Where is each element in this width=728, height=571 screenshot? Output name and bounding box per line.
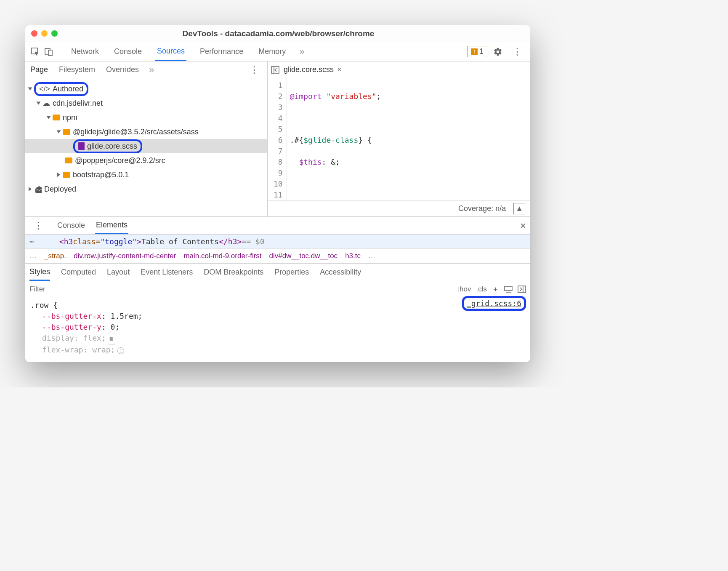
crumb-ellipsis[interactable]: … bbox=[368, 252, 375, 260]
close-drawer-icon[interactable]: × bbox=[520, 220, 526, 232]
styletab-dombp[interactable]: DOM Breakpoints bbox=[204, 264, 263, 280]
close-tab-icon[interactable]: × bbox=[337, 65, 342, 74]
styles-toolbar: :hov .cls ＋ bbox=[25, 281, 530, 297]
warnings-badge[interactable]: ! 1 bbox=[467, 46, 487, 57]
tree-glide-folder[interactable]: @glidejs/glide@3.5.2/src/assets/sass bbox=[25, 125, 267, 139]
tree-cdn[interactable]: ☁ cdn.jsdelivr.net bbox=[25, 96, 267, 110]
styletab-listeners[interactable]: Event Listeners bbox=[141, 264, 193, 280]
collapse-icon[interactable]: ▲ bbox=[513, 203, 525, 214]
hov-toggle[interactable]: :hov bbox=[457, 285, 471, 294]
file-tree: </> Authored ☁ cdn.jsdelivr.net npm bbox=[25, 78, 267, 200]
svg-rect-5 bbox=[505, 286, 512, 291]
styles-tabs: Styles Computed Layout Event Listeners D… bbox=[25, 264, 530, 281]
cloud-icon: ☁ bbox=[43, 99, 50, 108]
tree-label: cdn.jsdelivr.net bbox=[53, 99, 103, 108]
tree-glide-file[interactable]: glide.core.scss bbox=[25, 139, 267, 153]
crumb-item[interactable]: _strap. bbox=[44, 252, 66, 260]
cls-toggle[interactable]: .cls bbox=[476, 285, 487, 294]
tree-deployed[interactable]: Deployed bbox=[25, 182, 267, 196]
tree-label: Deployed bbox=[44, 185, 76, 194]
source-link[interactable]: _grid.scss:6 bbox=[462, 298, 526, 309]
tab-performance[interactable]: Performance bbox=[198, 43, 245, 60]
tree-bootstrap-folder[interactable]: bootstrap@5.0.1 bbox=[25, 168, 267, 182]
drawer-menu-icon[interactable]: ⋮ bbox=[29, 220, 47, 231]
editor-pane: glide.core.scss × 123 456 789 1011 @impo… bbox=[268, 61, 530, 216]
folder-icon bbox=[53, 115, 60, 120]
styletab-computed[interactable]: Computed bbox=[61, 264, 96, 280]
crumb-item[interactable]: div.row.justify-content-md-center bbox=[74, 252, 176, 260]
tree-label: @glidejs/glide@3.5.2/src/assets/sass bbox=[73, 128, 199, 136]
folder-icon bbox=[63, 129, 70, 135]
device-toggle-icon[interactable] bbox=[43, 46, 55, 58]
file-icon bbox=[78, 142, 85, 150]
tree-label: npm bbox=[63, 113, 77, 122]
svg-rect-2 bbox=[48, 50, 52, 56]
editor-status: Coverage: n/a ▲ bbox=[268, 200, 530, 216]
tab-memory[interactable]: Memory bbox=[257, 43, 287, 60]
tree-authored[interactable]: </> Authored bbox=[25, 82, 267, 96]
flex-badge-icon[interactable]: ▦ bbox=[108, 333, 115, 344]
settings-icon[interactable] bbox=[489, 47, 507, 56]
zoom-window-button[interactable] bbox=[51, 30, 58, 37]
rule-selector: .row { bbox=[30, 300, 525, 311]
drawer-tab-console[interactable]: Console bbox=[56, 218, 86, 233]
more-tabs-icon[interactable]: » bbox=[299, 46, 304, 57]
line-gutter: 123 456 789 1011 bbox=[268, 78, 287, 200]
styles-rule[interactable]: _grid.scss:6 .row { --bs-gutter-x: 1.5re… bbox=[25, 297, 530, 362]
code-content[interactable]: @import "variables"; .#{$glide-class} { … bbox=[287, 78, 444, 200]
coverage-label: Coverage: n/a bbox=[458, 204, 506, 213]
file-tab-glide[interactable]: glide.core.scss × bbox=[284, 65, 342, 74]
navigator-tabs: Page Filesystem Overrides » ⋮ bbox=[25, 61, 267, 78]
more-menu-icon[interactable]: ⋮ bbox=[508, 46, 526, 57]
computed-toggle-icon[interactable] bbox=[504, 286, 513, 293]
toggle-navigator-icon[interactable] bbox=[271, 66, 279, 74]
folder-icon bbox=[65, 157, 72, 163]
disclosure-triangle-icon[interactable] bbox=[57, 131, 61, 133]
disclosure-triangle-icon[interactable] bbox=[29, 187, 32, 191]
tab-console[interactable]: Console bbox=[112, 43, 143, 60]
code-editor[interactable]: 123 456 789 1011 @import "variables"; .#… bbox=[268, 78, 530, 200]
devtools-window: DevTools - datacadamia.com/web/browser/c… bbox=[25, 25, 530, 362]
disclosure-triangle-icon[interactable] bbox=[47, 116, 51, 119]
tab-sources[interactable]: Sources bbox=[155, 43, 186, 61]
main-tabs: Network Console Sources Performance Memo… bbox=[65, 43, 465, 61]
info-icon[interactable]: i bbox=[117, 347, 124, 354]
breadcrumbs[interactable]: … _strap. div.row.justify-content-md-cen… bbox=[25, 248, 530, 264]
crumb-item[interactable]: h3.tc bbox=[345, 252, 361, 260]
warning-count: 1 bbox=[479, 47, 484, 56]
subtab-filesystem[interactable]: Filesystem bbox=[58, 62, 96, 77]
crumb-item[interactable]: div#dw__toc.dw__toc bbox=[269, 252, 338, 260]
file-highlight: glide.core.scss bbox=[73, 139, 142, 153]
styletab-a11y[interactable]: Accessibility bbox=[320, 264, 361, 280]
navigator-menu-icon[interactable]: ⋮ bbox=[245, 64, 263, 75]
styletab-layout[interactable]: Layout bbox=[107, 264, 130, 280]
minimize-window-button[interactable] bbox=[41, 30, 48, 37]
drawer-tab-elements[interactable]: Elements bbox=[95, 217, 128, 234]
sidebar-toggle-icon[interactable] bbox=[518, 286, 526, 293]
disclosure-triangle-icon[interactable] bbox=[28, 88, 32, 91]
selected-dom-node[interactable]: ⋯ <h3 class="toggle">Table of Contents</… bbox=[25, 235, 530, 248]
tree-npm[interactable]: npm bbox=[25, 110, 267, 125]
crumb-item[interactable]: main.col-md-9.order-first bbox=[183, 252, 261, 260]
close-window-button[interactable] bbox=[31, 30, 37, 37]
divider bbox=[60, 46, 60, 57]
tree-label: bootstrap@5.0.1 bbox=[73, 171, 129, 179]
sources-panel: Page Filesystem Overrides » ⋮ </> Author… bbox=[25, 61, 530, 217]
styletab-properties[interactable]: Properties bbox=[274, 264, 309, 280]
code-icon: </> bbox=[39, 85, 50, 93]
subtab-overrides[interactable]: Overrides bbox=[105, 62, 140, 77]
tree-label: glide.core.scss bbox=[87, 142, 137, 151]
disclosure-triangle-icon[interactable] bbox=[57, 173, 60, 177]
inspect-element-icon[interactable] bbox=[29, 46, 41, 58]
more-subtabs-icon[interactable]: » bbox=[149, 64, 154, 75]
disclosure-triangle-icon[interactable] bbox=[37, 102, 41, 105]
crumb-ellipsis[interactable]: … bbox=[29, 252, 37, 260]
cube-icon bbox=[34, 185, 42, 193]
file-tabbar: glide.core.scss × bbox=[268, 61, 530, 78]
new-rule-icon[interactable]: ＋ bbox=[492, 284, 499, 294]
tree-popper-folder[interactable]: @popperjs/core@2.9.2/src bbox=[25, 153, 267, 168]
subtab-page[interactable]: Page bbox=[29, 62, 49, 77]
tab-network[interactable]: Network bbox=[69, 43, 101, 60]
styles-filter-input[interactable] bbox=[29, 285, 452, 294]
styletab-styles[interactable]: Styles bbox=[29, 264, 50, 281]
